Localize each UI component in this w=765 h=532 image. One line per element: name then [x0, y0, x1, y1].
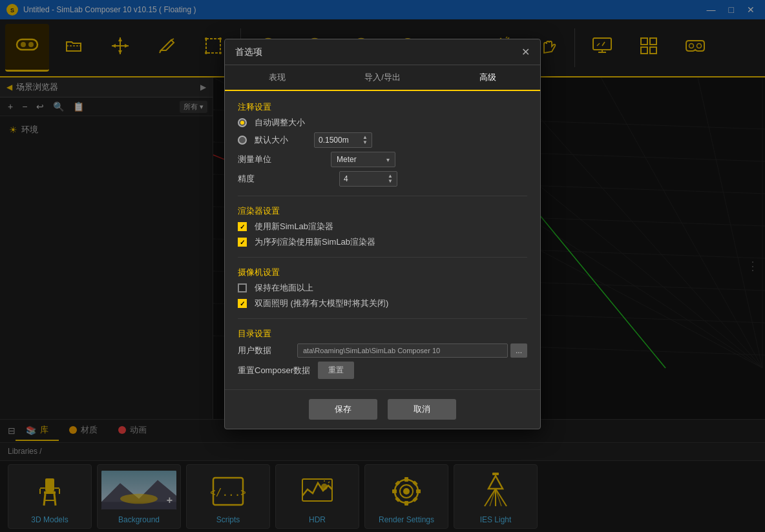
preferences-dialog: 首选项 ✕ 表现 导入/导出 高级 注释设置 自动调整大小	[224, 39, 541, 429]
user-data-path: ata\Roaming\SimLab\SimLab Composer 10	[297, 343, 508, 358]
unit-value: Meter	[337, 155, 357, 164]
auto-size-radio[interactable]	[238, 118, 247, 127]
default-size-row: 默认大小 0.1500m ▲ ▼	[238, 132, 527, 148]
double-side-row: 双面照明 (推荐有大模型时将其关闭)	[238, 298, 527, 309]
use-for-serial-checkbox[interactable]	[238, 238, 247, 247]
auto-size-row: 自动调整大小	[238, 117, 527, 128]
divider-3	[238, 318, 527, 319]
tab-import-export[interactable]: 导入/导出	[330, 65, 435, 91]
appearance-tab-label: 表现	[269, 72, 286, 82]
tab-appearance[interactable]: 表现	[225, 65, 330, 91]
dialog-header: 首选项 ✕	[225, 39, 540, 65]
advanced-tab-label: 高级	[479, 72, 496, 82]
dialog-tabs: 表现 导入/导出 高级	[225, 65, 540, 91]
dialog-close-button[interactable]: ✕	[521, 46, 530, 58]
default-size-radio[interactable]	[238, 136, 247, 145]
use-new-simlab-checkbox[interactable]	[238, 222, 247, 231]
precision-value: 4	[344, 174, 348, 183]
cancel-button[interactable]: 取消	[388, 399, 456, 420]
default-size-spinners[interactable]: ▲ ▼	[362, 135, 368, 145]
renderer-section: 渲染器设置 使用新SimLab渲染器 为序列渲染使用新SimLab渲染器	[238, 205, 527, 248]
renderer-section-title: 渲染器设置	[238, 205, 527, 217]
use-for-serial-row: 为序列渲染使用新SimLab渲染器	[238, 236, 527, 248]
keep-above-ground-row: 保持在地面以上	[238, 282, 527, 294]
camera-section-title: 摄像机设置	[238, 267, 527, 278]
user-data-row: 用户数据 ata\Roaming\SimLab\SimLab Composer …	[238, 343, 527, 358]
unit-select[interactable]: Meter ▾	[331, 152, 395, 167]
import-tab-label: 导入/导出	[364, 72, 401, 82]
keep-above-ground-checkbox[interactable]	[238, 283, 247, 292]
save-button[interactable]: 保存	[309, 399, 377, 420]
double-side-checkbox[interactable]	[238, 299, 247, 308]
user-data-browse-button[interactable]: ...	[510, 343, 527, 358]
annotation-section: 注释设置 自动调整大小 默认大小 0.1500m ▲ ▼	[238, 101, 527, 187]
precision-input[interactable]: 4 ▲ ▼	[339, 171, 397, 187]
dialog-content: 注释设置 自动调整大小 默认大小 0.1500m ▲ ▼	[225, 91, 540, 389]
default-size-label: 默认大小	[255, 134, 306, 146]
reset-composer-button[interactable]: 重置	[318, 362, 354, 379]
reset-composer-label: 重置Composer数据	[238, 365, 310, 376]
dialog-title: 首选项	[235, 46, 521, 58]
use-for-serial-label: 为序列渲染使用新SimLab渲染器	[255, 236, 375, 248]
double-side-label: 双面照明 (推荐有大模型时将其关闭)	[255, 298, 388, 309]
auto-size-label: 自动调整大小	[255, 117, 306, 128]
spin-down[interactable]: ▼	[362, 140, 368, 145]
annotation-section-title: 注释设置	[238, 101, 527, 113]
camera-section: 摄像机设置 保持在地面以上 双面照明 (推荐有大模型时将其关闭)	[238, 267, 527, 309]
prec-spin-down[interactable]: ▼	[388, 179, 393, 184]
precision-label: 精度	[238, 173, 289, 185]
reset-composer-row: 重置Composer数据 重置	[238, 362, 527, 379]
dialog-overlay: 首选项 ✕ 表现 导入/导出 高级 注释设置 自动调整大小	[0, 0, 765, 532]
divider-1	[238, 196, 527, 196]
use-new-simlab-label: 使用新SimLab渲染器	[255, 221, 333, 232]
default-size-input[interactable]: 0.1500m ▲ ▼	[314, 132, 372, 148]
precision-spinners[interactable]: ▲ ▼	[388, 174, 393, 184]
unit-dropdown-arrow: ▾	[386, 156, 390, 163]
user-data-field-container: ata\Roaming\SimLab\SimLab Composer 10 ..…	[297, 343, 527, 358]
divider-2	[238, 257, 527, 258]
directory-section-title: 目录设置	[238, 328, 527, 340]
unit-label: 测量单位	[238, 154, 289, 165]
user-data-label: 用户数据	[238, 345, 289, 356]
default-size-value: 0.1500m	[319, 136, 349, 145]
dialog-footer: 保存 取消	[225, 389, 540, 429]
unit-row: 测量单位 Meter ▾	[238, 152, 527, 167]
keep-above-ground-label: 保持在地面以上	[255, 282, 313, 294]
precision-row: 精度 4 ▲ ▼	[238, 171, 527, 187]
use-new-simlab-row: 使用新SimLab渲染器	[238, 221, 527, 232]
directory-section: 目录设置 用户数据 ata\Roaming\SimLab\SimLab Comp…	[238, 328, 527, 379]
tab-advanced[interactable]: 高级	[435, 65, 540, 91]
